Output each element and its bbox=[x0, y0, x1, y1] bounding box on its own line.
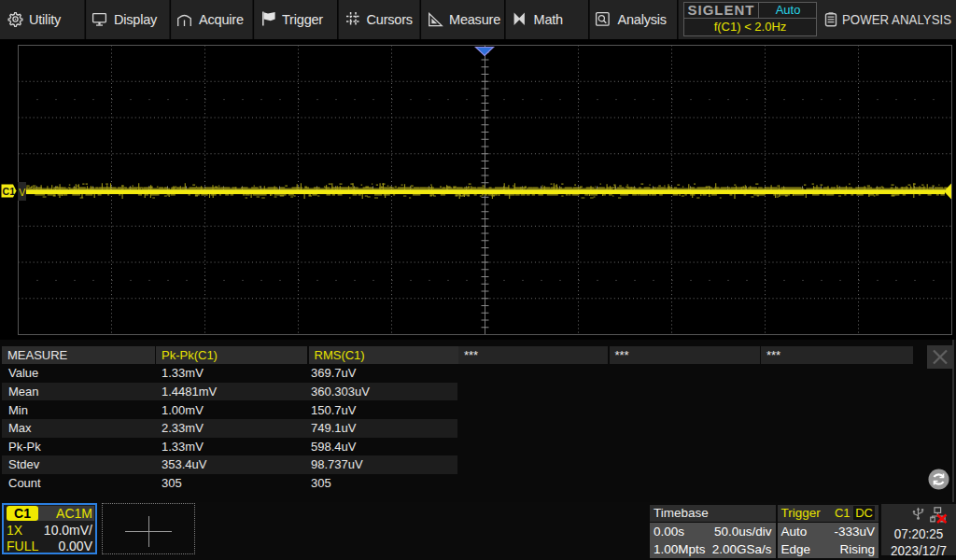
svg-text:C1: C1 bbox=[3, 186, 16, 197]
svg-text:V: V bbox=[19, 187, 25, 198]
